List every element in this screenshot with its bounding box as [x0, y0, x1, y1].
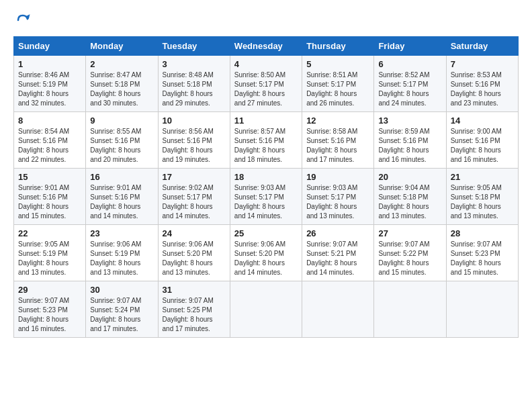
col-monday: Monday [86, 37, 158, 56]
table-row: 22Sunrise: 9:05 AMSunset: 5:19 PMDayligh… [14, 225, 86, 281]
day-info: Sunrise: 9:07 AMSunset: 5:22 PMDaylight:… [378, 240, 441, 277]
header [13, 11, 519, 30]
day-number: 26 [306, 228, 369, 238]
table-row: 11Sunrise: 8:57 AMSunset: 5:16 PMDayligh… [230, 112, 302, 169]
day-number: 27 [378, 228, 441, 238]
day-number: 19 [306, 172, 369, 182]
day-number: 18 [234, 172, 298, 182]
day-number: 17 [163, 172, 226, 182]
day-info: Sunrise: 9:02 AMSunset: 5:17 PMDaylight:… [163, 183, 226, 221]
day-info: Sunrise: 8:48 AMSunset: 5:18 PMDaylight:… [163, 71, 226, 108]
table-row: 5Sunrise: 8:51 AMSunset: 5:17 PMDaylight… [302, 56, 374, 112]
col-friday: Friday [374, 37, 446, 56]
header-row: Sunday Monday Tuesday Wednesday Thursday… [14, 37, 519, 56]
table-row: 17Sunrise: 9:02 AMSunset: 5:17 PMDayligh… [158, 169, 230, 225]
day-info: Sunrise: 9:00 AMSunset: 5:16 PMDaylight:… [451, 127, 514, 165]
day-number: 11 [234, 116, 298, 126]
day-info: Sunrise: 9:03 AMSunset: 5:17 PMDaylight:… [234, 183, 298, 221]
day-number: 28 [451, 228, 514, 238]
table-row: 1Sunrise: 8:46 AMSunset: 5:19 PMDaylight… [14, 56, 86, 112]
table-row: 18Sunrise: 9:03 AMSunset: 5:17 PMDayligh… [230, 169, 302, 225]
day-number: 14 [451, 116, 514, 126]
day-info: Sunrise: 8:55 AMSunset: 5:16 PMDaylight:… [90, 127, 153, 165]
day-info: Sunrise: 9:01 AMSunset: 5:16 PMDaylight:… [18, 183, 81, 221]
col-thursday: Thursday [302, 37, 374, 56]
day-info: Sunrise: 8:52 AMSunset: 5:17 PMDaylight:… [378, 71, 441, 108]
day-info: Sunrise: 8:53 AMSunset: 5:16 PMDaylight:… [451, 71, 514, 108]
day-number: 2 [90, 59, 153, 69]
day-info: Sunrise: 8:46 AMSunset: 5:19 PMDaylight:… [18, 71, 81, 108]
day-number: 30 [90, 285, 153, 295]
day-number: 13 [378, 116, 441, 126]
table-row: 4Sunrise: 8:50 AMSunset: 5:17 PMDaylight… [230, 56, 302, 112]
table-row: 23Sunrise: 9:06 AMSunset: 5:19 PMDayligh… [86, 225, 158, 281]
day-info: Sunrise: 9:07 AMSunset: 5:24 PMDaylight:… [90, 296, 153, 334]
day-info: Sunrise: 9:05 AMSunset: 5:18 PMDaylight:… [451, 183, 514, 221]
day-number: 9 [90, 116, 153, 126]
table-row: 12Sunrise: 8:58 AMSunset: 5:16 PMDayligh… [302, 112, 374, 169]
day-info: Sunrise: 9:06 AMSunset: 5:20 PMDaylight:… [234, 240, 298, 277]
day-info: Sunrise: 9:07 AMSunset: 5:23 PMDaylight:… [451, 240, 514, 277]
day-info: Sunrise: 8:57 AMSunset: 5:16 PMDaylight:… [234, 127, 298, 165]
table-row: 20Sunrise: 9:04 AMSunset: 5:18 PMDayligh… [374, 169, 446, 225]
day-info: Sunrise: 8:56 AMSunset: 5:16 PMDaylight:… [163, 127, 226, 165]
day-number: 12 [306, 116, 369, 126]
day-number: 20 [378, 172, 441, 182]
day-info: Sunrise: 8:59 AMSunset: 5:16 PMDaylight:… [378, 127, 441, 165]
day-number: 21 [451, 172, 514, 182]
table-row: 27Sunrise: 9:07 AMSunset: 5:22 PMDayligh… [374, 225, 446, 281]
table-row: 9Sunrise: 8:55 AMSunset: 5:16 PMDaylight… [86, 112, 158, 169]
day-info: Sunrise: 8:50 AMSunset: 5:17 PMDaylight:… [234, 71, 298, 108]
day-info: Sunrise: 9:05 AMSunset: 5:19 PMDaylight:… [18, 240, 81, 277]
table-row: 14Sunrise: 9:00 AMSunset: 5:16 PMDayligh… [446, 112, 518, 169]
table-row [446, 281, 518, 338]
table-row: 21Sunrise: 9:05 AMSunset: 5:18 PMDayligh… [446, 169, 518, 225]
table-row: 19Sunrise: 9:03 AMSunset: 5:17 PMDayligh… [302, 169, 374, 225]
table-row: 25Sunrise: 9:06 AMSunset: 5:20 PMDayligh… [230, 225, 302, 281]
calendar-table: Sunday Monday Tuesday Wednesday Thursday… [13, 36, 519, 338]
day-info: Sunrise: 8:58 AMSunset: 5:16 PMDaylight:… [306, 127, 369, 165]
day-info: Sunrise: 9:06 AMSunset: 5:20 PMDaylight:… [163, 240, 226, 277]
col-saturday: Saturday [446, 37, 518, 56]
table-row [230, 281, 302, 338]
day-number: 23 [90, 228, 153, 238]
svg-rect-0 [13, 11, 32, 30]
logo [13, 11, 35, 30]
day-info: Sunrise: 9:03 AMSunset: 5:17 PMDaylight:… [306, 183, 369, 221]
day-number: 22 [18, 228, 81, 238]
table-row: 31Sunrise: 9:07 AMSunset: 5:25 PMDayligh… [158, 281, 230, 338]
table-row: 16Sunrise: 9:01 AMSunset: 5:16 PMDayligh… [86, 169, 158, 225]
day-number: 4 [234, 59, 298, 69]
day-info: Sunrise: 9:06 AMSunset: 5:19 PMDaylight:… [90, 240, 153, 277]
day-number: 15 [18, 172, 81, 182]
day-number: 6 [378, 59, 441, 69]
table-row: 28Sunrise: 9:07 AMSunset: 5:23 PMDayligh… [446, 225, 518, 281]
table-row: 29Sunrise: 9:07 AMSunset: 5:23 PMDayligh… [14, 281, 86, 338]
day-number: 24 [163, 228, 226, 238]
col-tuesday: Tuesday [158, 37, 230, 56]
day-number: 16 [90, 172, 153, 182]
day-number: 3 [163, 59, 226, 69]
table-row: 8Sunrise: 8:54 AMSunset: 5:16 PMDaylight… [14, 112, 86, 169]
day-number: 31 [163, 285, 226, 295]
day-info: Sunrise: 8:47 AMSunset: 5:18 PMDaylight:… [90, 71, 153, 108]
day-number: 25 [234, 228, 298, 238]
day-number: 1 [18, 59, 81, 69]
day-info: Sunrise: 9:01 AMSunset: 5:16 PMDaylight:… [90, 183, 153, 221]
day-number: 7 [451, 59, 514, 69]
table-row: 2Sunrise: 8:47 AMSunset: 5:18 PMDaylight… [86, 56, 158, 112]
table-row: 7Sunrise: 8:53 AMSunset: 5:16 PMDaylight… [446, 56, 518, 112]
day-info: Sunrise: 9:04 AMSunset: 5:18 PMDaylight:… [378, 183, 441, 221]
table-row [302, 281, 374, 338]
day-number: 29 [18, 285, 81, 295]
day-info: Sunrise: 8:54 AMSunset: 5:16 PMDaylight:… [18, 127, 81, 165]
day-info: Sunrise: 9:07 AMSunset: 5:25 PMDaylight:… [163, 296, 226, 334]
day-number: 8 [18, 116, 81, 126]
table-row [374, 281, 446, 338]
table-row: 30Sunrise: 9:07 AMSunset: 5:24 PMDayligh… [86, 281, 158, 338]
col-wednesday: Wednesday [230, 37, 302, 56]
table-row: 24Sunrise: 9:06 AMSunset: 5:20 PMDayligh… [158, 225, 230, 281]
logo-icon [13, 11, 32, 30]
table-row: 6Sunrise: 8:52 AMSunset: 5:17 PMDaylight… [374, 56, 446, 112]
table-row: 15Sunrise: 9:01 AMSunset: 5:16 PMDayligh… [14, 169, 86, 225]
